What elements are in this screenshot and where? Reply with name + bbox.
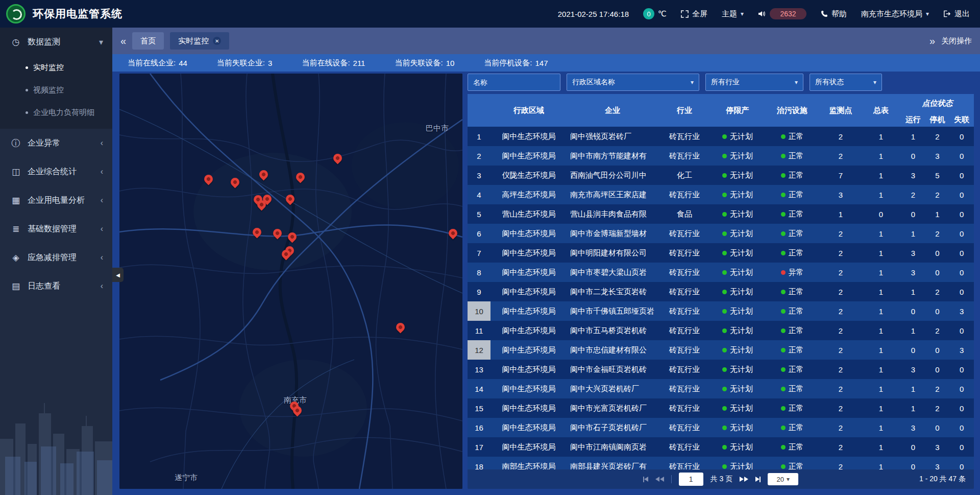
stat-item: 当前失联企业:3 xyxy=(217,58,273,68)
table-row[interactable]: 2阆中生态环境局阆中市南方节能建材有砖瓦行业无计划正常21030 xyxy=(468,146,974,166)
panel-collapse-toggle[interactable]: ◀ xyxy=(112,268,124,282)
sidebar-item-0[interactable]: ◷数据监测▾ xyxy=(0,28,112,56)
cell-treatment-status: 正常 xyxy=(764,282,820,301)
cell-region: 阆中生态环境局 xyxy=(491,321,567,340)
cell-region: 阆中生态环境局 xyxy=(491,301,567,321)
bullet-dot-icon xyxy=(26,89,28,91)
map[interactable]: 巴中市南充市遂宁市 xyxy=(119,74,462,489)
alarm-counter[interactable]: 2632 xyxy=(758,8,806,19)
status-dot-green xyxy=(722,406,727,411)
cell-company: 阆中市千佛镇五郎垭页岩 xyxy=(567,301,658,321)
table-row[interactable]: 12阆中生态环境局阆中市忠信建材有限公砖瓦行业无计划正常21003 xyxy=(468,340,974,360)
cell-region: 仪陇生态环境局 xyxy=(491,166,567,185)
status-dot-green xyxy=(722,134,727,139)
industry-select[interactable]: 所有行业 ▾ xyxy=(705,74,803,91)
theme-dropdown[interactable]: 主题 ▾ xyxy=(722,9,744,19)
table-row[interactable]: 17阆中生态环境局阆中市江南镇阆南页岩砖瓦行业无计划正常21030 xyxy=(468,437,974,457)
map-roads-layer xyxy=(119,74,462,489)
stat-item: 当前在线企业:44 xyxy=(128,58,187,68)
table-row[interactable]: 16阆中生态环境局阆中市石子页岩机砖厂砖瓦行业无计划正常21300 xyxy=(468,418,974,437)
sidebar-item-6[interactable]: ▤日志查看‹ xyxy=(0,272,112,300)
status-dot-green xyxy=(781,173,786,178)
cell-running: 0 xyxy=(901,146,925,166)
table-row[interactable]: 3仪陇生态环境局西南油气田分公司川中化工无计划正常71350 xyxy=(468,166,974,185)
sidebar-item-5[interactable]: ◈应急减排管理‹ xyxy=(0,243,112,272)
sidebar-subitem[interactable]: 视频监控 xyxy=(0,79,112,101)
row-index: 12 xyxy=(468,340,491,360)
last-page-button[interactable] xyxy=(755,477,761,482)
sidebar-item-3[interactable]: ▦企业用电量分析‹ xyxy=(0,186,112,215)
cell-company: 阆中市南方节能建材有 xyxy=(567,146,658,166)
sidebar-item-label: 日志查看 xyxy=(28,281,60,292)
sidebar-item-1[interactable]: ⓘ企业异常‹ xyxy=(0,129,112,157)
table-row[interactable]: 4高坪生态环境局南充市高坪区王家店建砖瓦行业无计划正常31220 xyxy=(468,185,974,204)
cell-running: 1 xyxy=(901,127,925,146)
table-row[interactable]: 9阆中生态环境局阆中市二龙长宝页岩砖砖瓦行业无计划正常21120 xyxy=(468,282,974,301)
status-dot-green xyxy=(722,445,727,450)
cell-running: 3 xyxy=(901,166,925,185)
cell-stopped: 3 xyxy=(925,146,950,166)
table-row[interactable]: 8阆中生态环境局阆中市枣碧大梁山页岩砖瓦行业无计划异常21300 xyxy=(468,263,974,282)
table-row[interactable]: 11阆中生态环境局阆中市五马桥页岩机砖砖瓦行业无计划正常21120 xyxy=(468,321,974,340)
sidebar-subitem[interactable]: 实时监控 xyxy=(0,56,112,79)
table-row[interactable]: 6阆中生态环境局阆中市金博瑞新型墙材砖瓦行业无计划正常21120 xyxy=(468,224,974,243)
cell-lost: 0 xyxy=(949,224,974,243)
cell-monitor-points: 2 xyxy=(820,340,861,360)
status-select[interactable]: 所有状态 ▾ xyxy=(810,74,882,91)
cell-company: 西南油气田分公司川中 xyxy=(567,166,658,185)
cell-total-meter: 1 xyxy=(861,127,901,146)
page-size-select[interactable]: 20 ▾ xyxy=(768,473,798,485)
cell-treatment-status: 正常 xyxy=(764,185,820,204)
sidebar-item-4[interactable]: ≣基础数据管理‹ xyxy=(0,215,112,243)
cell-company: 阆中市忠信建材有限公 xyxy=(567,340,658,360)
name-search-input[interactable] xyxy=(468,74,560,91)
prev-page-button[interactable] xyxy=(655,477,664,482)
sidebar-item-label: 应急减排管理 xyxy=(28,252,77,263)
cell-stopped: 3 xyxy=(925,457,950,469)
tab-home[interactable]: 首页 xyxy=(132,32,164,50)
stat-label: 当前在线设备: xyxy=(302,58,350,68)
sidebar-menu: ◷数据监测▾实时监控视频监控企业电力负荷明细ⓘ企业异常‹◫企业综合统计‹▦企业用… xyxy=(0,28,112,300)
next-page-button[interactable] xyxy=(740,477,748,482)
table-row[interactable]: 14阆中生态环境局阆中大兴页岩机砖厂砖瓦行业无计划正常21120 xyxy=(468,379,974,398)
tab-close-icon[interactable]: ✕ xyxy=(213,37,221,45)
status-dot-green xyxy=(781,193,786,197)
logout-button[interactable]: 退出 xyxy=(943,9,970,19)
org-dropdown[interactable]: 南充市生态环境局 ▾ xyxy=(861,9,929,19)
tab-realtime-monitor[interactable]: 实时监控 ✕ xyxy=(170,32,229,50)
scroll-tabs-right-icon[interactable]: » xyxy=(929,36,935,46)
cell-monitor-points: 2 xyxy=(820,437,861,457)
table-row[interactable]: 10阆中生态环境局阆中市千佛镇五郎垭页岩砖瓦行业无计划正常21003 xyxy=(468,301,974,321)
cell-stopped: 2 xyxy=(925,185,950,204)
cell-treatment-status: 正常 xyxy=(764,204,820,224)
stat-label: 当前停机设备: xyxy=(484,58,532,68)
region-select[interactable]: 行政区域名称 ▾ xyxy=(567,74,699,91)
col-limit: 停限产 xyxy=(711,94,764,127)
table-row[interactable]: 1阆中生态环境局阆中强锐页岩砖厂砖瓦行业无计划正常21120 xyxy=(468,127,974,146)
table-row[interactable]: 18南部生态环境局南部县建兴页岩砖厂有砖瓦行业无计划正常21030 xyxy=(468,457,974,469)
table-row[interactable]: 5营山生态环境局营山县润丰肉食品有限食品无计划正常10010 xyxy=(468,204,974,224)
cell-limit-production: 无计划 xyxy=(711,340,764,360)
cell-limit-production: 无计划 xyxy=(711,379,764,398)
page-number-input[interactable] xyxy=(679,473,703,486)
status-dot-green xyxy=(722,251,727,255)
table-row[interactable]: 7阆中生态环境局阆中明阳建材有限公司砖瓦行业无计划正常21300 xyxy=(468,243,974,263)
scroll-tabs-left-icon[interactable]: « xyxy=(120,36,126,46)
table-row[interactable]: 15阆中生态环境局阆中市光富页岩机砖厂砖瓦行业无计划正常21120 xyxy=(468,398,974,418)
stat-label: 当前失联设备: xyxy=(395,58,443,68)
col-index xyxy=(468,94,491,127)
status-dot-green xyxy=(722,173,727,178)
fullscreen-button[interactable]: 全屏 xyxy=(681,9,707,19)
sidebar-item-label: 数据监测 xyxy=(28,37,60,48)
sidebar-item-2[interactable]: ◫企业综合统计‹ xyxy=(0,157,112,186)
cell-region: 阆中生态环境局 xyxy=(491,127,567,146)
help-button[interactable]: 帮助 xyxy=(821,9,847,19)
sidebar-subitem[interactable]: 企业电力负荷明细 xyxy=(0,101,112,124)
close-operations-button[interactable]: 关闭操作 xyxy=(941,36,972,46)
fullscreen-icon xyxy=(681,10,689,18)
table-row[interactable]: 13阆中生态环境局阆中市金福旺页岩机砖砖瓦行业无计划正常21300 xyxy=(468,360,974,379)
first-page-button[interactable] xyxy=(643,477,648,482)
col-company: 企业 xyxy=(567,94,658,127)
cell-limit-production: 无计划 xyxy=(711,263,764,282)
col-points: 监测点 xyxy=(820,94,861,127)
